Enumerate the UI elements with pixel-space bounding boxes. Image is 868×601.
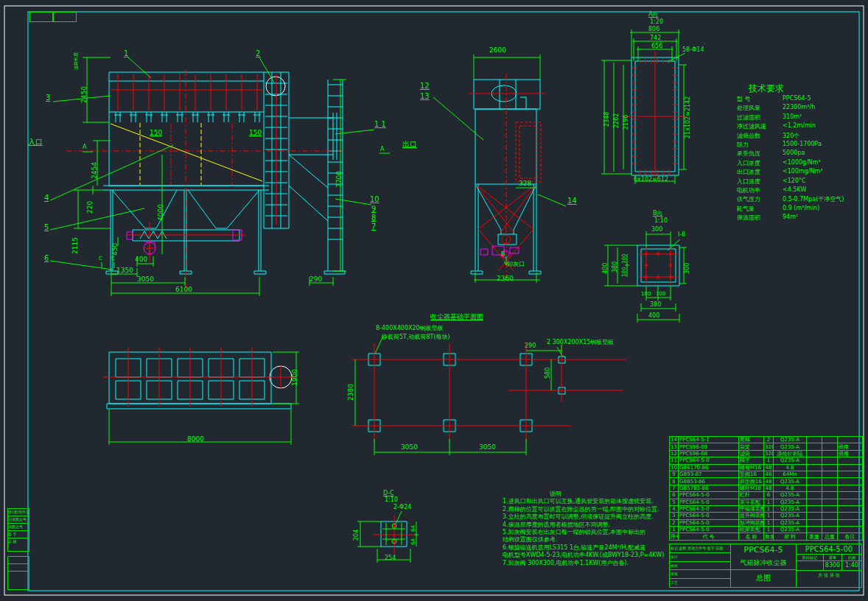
tech-requirements: 技术要求 型 号PPCS64-5 处理风量22300m³/h 过滤面积310m²… [737,82,868,222]
note-line: 1.进风口和出风口可以互换,通风管安装的箱体按虚线安装. [503,498,678,505]
dim-580: 580 [545,368,551,379]
tech-row: 耗气量0.9 (m³/min) [737,205,868,214]
view-b-title: B向 [653,211,663,217]
drawing-number: PPCS64-5-00 [797,544,861,555]
dim-2360: 2360 [497,275,514,282]
tech-row: 净过滤风速<1.2m/min [737,122,868,131]
dim-2600: 2600 [489,47,506,54]
tech-value: <1.2m/min [783,122,868,129]
balloon-3: 3 [46,94,50,102]
tech-label: 净过滤风速 [737,122,783,130]
dim-2115: 2115 [72,237,79,254]
tech-row: 处理风量22300m³/h [737,104,868,113]
tech-row: 出口浓度<100mg/Nm³ [737,168,868,177]
note-line: 2.爬梯的位置可以设置在除尘器的另一端,即图中的对称位置. [503,506,678,513]
bom-table: 14PPCS64-5-1爬梯2Q235-A 13PPCS96-09袋笼320Q2… [669,436,863,541]
tech-label: 承受负压 [737,150,783,158]
notes-block: 说明 1.进风口和出风口可以互换,通风管安装的箱体按虚线安装. 2.爬梯的位置可… [503,491,678,567]
sheet-count: 共 张 第 张 [797,571,861,587]
dim-450: 450 [112,243,119,256]
balloon-8: 8 [371,214,376,222]
dim-328: 328 [519,180,531,187]
tech-label: 供气压力 [737,195,783,203]
dim-3050: 3050 [137,276,154,283]
frame-corner-box [53,12,77,22]
bom-row: 5PPCS64-5-0灰斗装配1Q235-A [670,499,863,505]
foundation-title: 收尘器基础平面图 [430,314,483,320]
sheet-name: 总图 [731,570,796,587]
stage-label: 阶段标记 [797,555,824,560]
balloon-13: 13 [420,93,430,100]
bom-row: 2PPCS64-5-0脉冲阀装配1Q235-A [670,519,863,526]
balloon-4: 4 [44,194,49,202]
dim-400-left: 400 [603,263,609,274]
view-b-scale: 1:10 [654,218,668,224]
margin-cell: 日 期 [8,538,29,545]
dim-300-top: 300 [651,227,662,233]
view-dc-scale: 1:10 [385,497,398,503]
product-name: 气箱脉冲收尘器 [731,556,796,570]
margin-cell: 旧底图总号 [8,516,29,524]
margin-cell: 签 字 [8,531,29,538]
tech-value: 0.5-0.7Mpa(干净空气) [783,195,868,203]
stage-weight-scale-values: 8300 1:40 [797,561,861,571]
margin-cell [8,564,29,572]
margin-cell: 底图总号 [8,524,29,531]
margin-table-lower [7,556,29,590]
foundation-note-loads: 静载荷5T,动载荷8T(每块) [382,334,450,340]
tech-value: 0.9 (m³/min) [783,205,868,211]
notes-title: 说明 [550,491,678,498]
scale-value: 1:40 [842,561,861,570]
dim-7700: 7700 [336,171,343,188]
dim-656: 656 [651,43,662,49]
tech-value: PPCS64-5 [783,95,868,102]
note-line: 6.螺旋输送机选用LS315 1台,输送产量24M³/H,配减速 [503,544,678,552]
tech-value: 5000pa [783,150,868,156]
dim-2196: 2196 [623,115,629,130]
outlet-label: 出口 [402,141,417,148]
tech-value: <120°C [783,178,868,184]
view-a-scale: 1:20 [650,19,663,25]
bom-row: 6PPCS64-5-0栏杆6Q235-A [670,492,863,499]
bom-row: 1PPCS64-5-0框架装配1Q235-A [670,527,863,533]
dim-290-foundation: 290 [525,343,536,349]
weight-label: 重量 [824,555,842,560]
balloon-9: 9 [371,205,376,213]
dim-6x102: 6x102=612 [634,177,668,183]
tech-label: 阻力 [737,141,783,149]
tech-label: 滤袋总数 [737,132,783,140]
bom-row: 13PPCS96-09袋笼320Q235-A借用 [670,443,863,450]
tech-value: 94m² [783,214,868,220]
title-block-revision: 标记 处数 更改文件号 签字 日期 设计 校对 审核 工艺 [670,544,731,587]
bag-length-label: 滤袋长度 [74,52,78,70]
tech-row: 型 号PPCS64-5 [737,95,868,104]
dim-150-left: 150 [150,130,162,136]
dim-6100: 6100 [175,287,192,293]
dim-8000: 8000 [187,436,204,443]
dim-64-b: 64 [411,538,416,545]
dim-100-bottom-a: 100 [641,292,651,297]
note-line: 3.立柱的高度布置时可以调整,但须保证提升阀立柱的高度. [503,513,678,521]
margin-cell [8,557,29,564]
bom-row: 12PPCS96-08滤袋320涤纶针刺毡借用 [670,450,863,457]
dim-2380: 2380 [348,384,354,401]
sign-design: 设计 [670,553,730,562]
title-block-right: PPCS64-5-00 阶段标记 重量 比例 8300 1:40 共 张 第 张 [797,544,861,587]
bom-header-row: 序号代 号名 称数量材 料单重总重备注 [670,533,863,540]
note-line: 5.卸灰阀安装在出灰口每一端的锁风位置,本图中标出的 [503,529,678,536]
tech-row: 承受负压5000pa [737,150,868,158]
note-line: 7.卸灰阀 300X300,电机功率1.1KW(用户自备). [503,560,678,567]
tech-row: 阻力1500-1700Pa [737,141,868,150]
balloon-11: 1 1 [374,121,386,128]
dim-2262: 2262 [614,113,620,128]
model-number: PPCS64-5 [731,544,796,556]
balloon-1: 1 [124,50,128,57]
dim-21x102: 21x102=2142 [685,96,691,138]
tech-label: 处理风量 [737,104,783,112]
dim-3050-a: 3050 [401,444,418,451]
dim-220: 220 [87,201,94,214]
dim-1350: 1350 [116,267,133,274]
dim-254: 254 [385,555,396,561]
view-dc-title: D-C [383,491,394,496]
bom-row: 3PPCS64-5-0提升阀装配1Q235-A [670,513,863,519]
